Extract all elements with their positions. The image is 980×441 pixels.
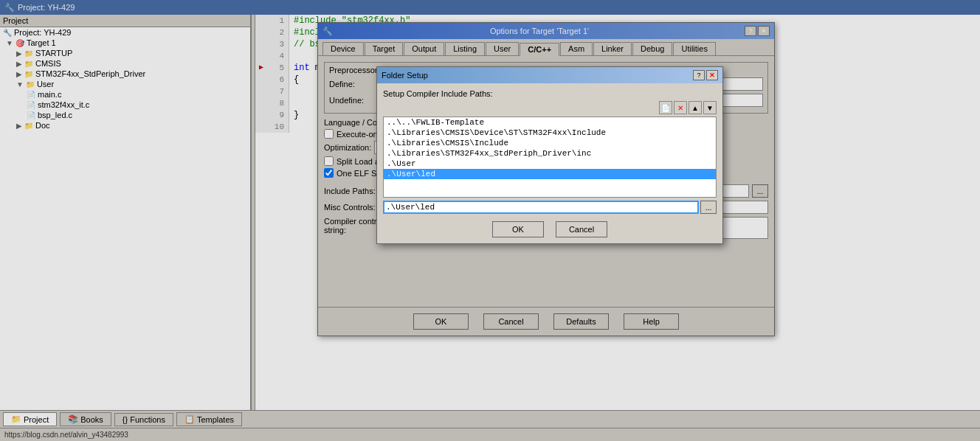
path-item-2[interactable]: .\Libraries\CMSIS\Include — [384, 138, 716, 148]
folder-up-btn[interactable]: ▲ — [689, 101, 702, 114]
folder-down-btn[interactable]: ▼ — [703, 101, 717, 114]
folder-ok-btn[interactable]: OK — [492, 221, 544, 237]
folder-path-input[interactable] — [383, 201, 699, 214]
path-item-5[interactable]: .\User\led — [384, 169, 716, 179]
path-item-0[interactable]: ..\..\FWLIB-Template — [384, 117, 716, 128]
folder-title-bar: Folder Setup ? ✕ — [377, 67, 722, 83]
folder-setup-dialog: Folder Setup ? ✕ Setup Compiler Include … — [376, 66, 723, 244]
ide-container: 🔧 Project: YH-429 Project 🔧 Project: YH-… — [0, 0, 980, 441]
folder-help-btn[interactable]: ? — [693, 70, 705, 80]
folder-list-label: Setup Compiler Include Paths: — [383, 89, 717, 98]
folder-cancel-btn[interactable]: Cancel — [556, 221, 607, 237]
path-item-3[interactable]: .\Libraries\STM32F4xx_StdPeriph_Driver\i… — [384, 148, 716, 159]
folder-close-btn[interactable]: ✕ — [706, 70, 718, 80]
path-item-1[interactable]: .\Libraries\CMSIS\Device\ST\STM32F4xx\In… — [384, 128, 716, 138]
folder-toolbar: 📄 ✕ ▲ ▼ — [383, 101, 717, 114]
folder-ok-cancel: OK Cancel — [383, 221, 717, 237]
folder-delete-btn[interactable]: ✕ — [674, 101, 687, 114]
folder-content: Setup Compiler Include Paths: 📄 ✕ ▲ ▼ ..… — [377, 83, 722, 243]
folder-browse-btn[interactable]: ... — [700, 201, 717, 214]
path-item-4[interactable]: .\User — [384, 159, 716, 169]
folder-new-btn[interactable]: 📄 — [659, 101, 672, 114]
folder-path-list[interactable]: ..\..\FWLIB-Template .\Libraries\CMSIS\D… — [383, 117, 717, 198]
folder-title-buttons: ? ✕ — [693, 70, 718, 80]
folder-title-text: Folder Setup — [382, 71, 428, 80]
folder-input-row: ... — [383, 201, 717, 214]
